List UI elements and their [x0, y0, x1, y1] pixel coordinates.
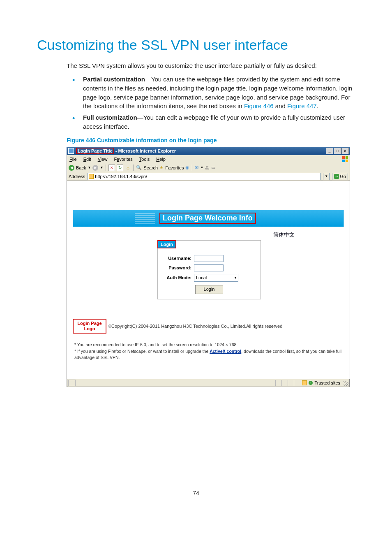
- chevron-down-icon: ▼: [234, 276, 237, 280]
- stop-icon[interactable]: ✕: [108, 165, 115, 171]
- toolbar: ◄ Back ▼ ► ▼ ✕ ↻ ⌂ 🔍 Search ★ Favorites …: [67, 163, 350, 172]
- history-icon[interactable]: ◉: [185, 165, 189, 170]
- svg-rect-0: [342, 156, 345, 159]
- status-zone-text: Trusted sites: [314, 380, 340, 385]
- address-label: Address: [69, 174, 85, 179]
- footer-notes: * You are recommended to use IE 6.0, and…: [74, 342, 342, 361]
- username-input[interactable]: [194, 255, 224, 262]
- password-input[interactable]: [194, 264, 224, 271]
- back-label[interactable]: Back: [76, 165, 86, 170]
- bullet-full: Full customization—You can edit a webpag…: [67, 113, 355, 131]
- status-shield-icon: ✓: [309, 381, 313, 385]
- note-ie: * You are recommended to use IE 6.0, and…: [74, 342, 342, 348]
- menu-file[interactable]: File: [69, 157, 77, 162]
- menu-view[interactable]: View: [98, 157, 108, 162]
- svg-rect-3: [346, 160, 348, 162]
- maximize-button[interactable]: □: [334, 148, 341, 154]
- page-title: Customizing the SSL VPN user interface: [37, 37, 355, 53]
- login-form-header: Login: [157, 240, 176, 248]
- status-lock-icon: [302, 380, 307, 385]
- favorites-icon[interactable]: ★: [159, 165, 164, 170]
- home-icon[interactable]: ⌂: [125, 165, 131, 171]
- menu-tools[interactable]: Tools: [139, 157, 150, 162]
- intro-text: The SSL VPN system allows you to customi…: [67, 62, 355, 69]
- print-icon[interactable]: 🖶: [205, 165, 210, 170]
- page-content: Login Page Welcome Info 简体中文 Login Usern…: [67, 181, 350, 387]
- login-button[interactable]: Login: [195, 285, 223, 294]
- figure-446-link[interactable]: Figure 446: [244, 102, 274, 109]
- menu-bar: File Edit View Favorites Tools Help: [67, 155, 350, 163]
- language-link[interactable]: 简体中文: [273, 232, 295, 238]
- window-controls: _ □ ×: [326, 148, 349, 154]
- title-highlight-box: Login Page Title: [76, 148, 114, 154]
- copyright-text: ©Copyright(C) 2004-2011 Hangzhou H3C Tec…: [108, 324, 282, 329]
- authmode-label: Auth Mode:: [164, 275, 191, 280]
- bullet-partial: Partial customization—You can use the we…: [67, 75, 355, 111]
- figure-447-link[interactable]: Figure 447: [287, 102, 317, 109]
- menu-favorites[interactable]: Favorites: [114, 157, 132, 162]
- forward-icon[interactable]: ►: [92, 165, 98, 171]
- bullet-partial-tail: .: [317, 102, 318, 109]
- figure-caption: Figure 446 Customizable information on t…: [67, 137, 355, 144]
- svg-rect-1: [346, 156, 348, 159]
- address-url: https://192.168.1.43/svpn/: [95, 174, 147, 179]
- menu-edit[interactable]: Edit: [83, 157, 91, 162]
- login-form: Login Username: Password: Auth Mode: Loc…: [157, 240, 261, 299]
- address-bar: Address https://192.168.1.43/svpn/ ▼ → G…: [67, 172, 350, 181]
- bullet-partial-mid: and: [274, 102, 287, 109]
- username-label: Username:: [164, 256, 191, 261]
- banner-stripes: [135, 213, 155, 224]
- lock-icon: [89, 174, 94, 179]
- status-page-icon: [68, 380, 76, 386]
- authmode-value: Local: [196, 275, 207, 280]
- mail-icon[interactable]: ✉: [195, 165, 198, 170]
- banner: Login Page Welcome Info: [73, 210, 344, 227]
- go-arrow-icon: →: [334, 174, 339, 179]
- window-titlebar: Login Page Title - Microsoft Internet Ex…: [67, 147, 350, 155]
- menu-help[interactable]: Help: [156, 157, 166, 162]
- favorites-label[interactable]: Favorites: [165, 165, 184, 170]
- address-dropdown-icon[interactable]: ▼: [323, 173, 330, 180]
- note-activex: * If you are using Firefox or Netscape, …: [74, 348, 342, 360]
- refresh-icon[interactable]: ↻: [117, 165, 123, 171]
- page-number: 74: [37, 490, 355, 496]
- title-suffix: - Microsoft Internet Explorer: [114, 148, 176, 153]
- status-bar: ✓ Trusted sites: [67, 379, 350, 387]
- ie-icon: [68, 148, 74, 154]
- bullet-full-strong: Full customization: [83, 114, 137, 121]
- banner-welcome-box: Login Page Welcome Info: [159, 213, 256, 224]
- address-input[interactable]: https://192.168.1.43/svpn/: [88, 173, 321, 180]
- customization-list: Partial customization—You can use the we…: [67, 75, 355, 131]
- password-label: Password:: [164, 265, 191, 270]
- footer-bar: Login Page Logo ©Copyright(C) 2004-2011 …: [73, 316, 344, 336]
- back-icon[interactable]: ◄: [69, 165, 74, 171]
- edit-icon[interactable]: ▭: [211, 165, 215, 170]
- logo-box: Login Page Logo: [73, 319, 106, 334]
- windows-logo-icon: [342, 156, 348, 162]
- search-icon[interactable]: 🔍: [136, 165, 142, 170]
- go-button[interactable]: → Go: [332, 173, 348, 180]
- svg-rect-2: [342, 160, 345, 162]
- bullet-partial-strong: Partial customization: [83, 76, 145, 83]
- figure-browser-window: Login Page Title - Microsoft Internet Ex…: [67, 147, 350, 387]
- go-label: Go: [340, 174, 346, 179]
- minimize-button[interactable]: _: [326, 148, 333, 154]
- close-button[interactable]: ×: [341, 148, 349, 154]
- search-label[interactable]: Search: [143, 165, 158, 170]
- activex-link[interactable]: ActiveX control: [210, 349, 241, 354]
- authmode-select[interactable]: Local ▼: [194, 274, 238, 282]
- resize-grip-icon: [344, 381, 348, 386]
